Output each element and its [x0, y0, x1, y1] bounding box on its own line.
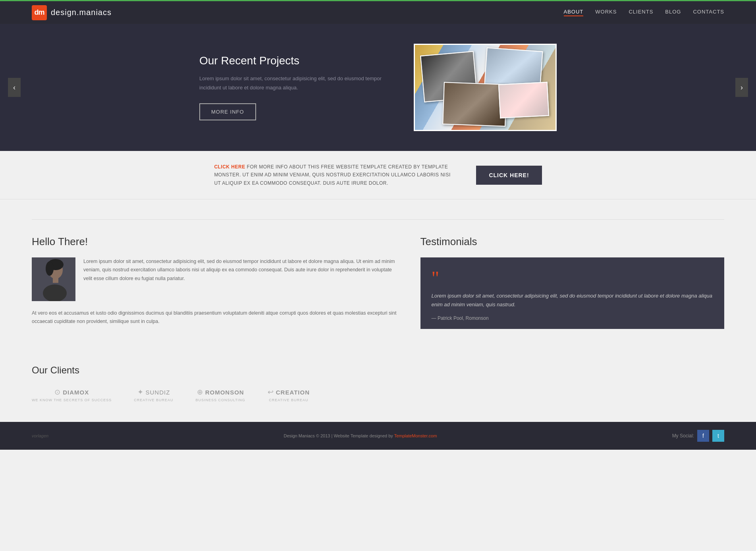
- nav-contacts[interactable]: CONTACTS: [693, 9, 724, 16]
- twitter-button[interactable]: t: [712, 430, 724, 442]
- site-header: dm design.maniacs ABOUT WORKS CLIENTS BL…: [0, 0, 756, 24]
- hello-intro-text: Lorem ipsum dolor sit amet, consectetur …: [83, 257, 397, 301]
- footer-template-link[interactable]: TemplateMonster.com: [394, 433, 437, 438]
- two-column: Hello There!: [32, 236, 724, 329]
- left-column: Hello There!: [32, 236, 397, 329]
- sundiz-name: Sundiz: [146, 389, 170, 396]
- cta-body: FOR MORE INFO ABOUT THIS FREE WEBSITE TE…: [214, 164, 450, 186]
- testimonials-title: Testimonials: [420, 236, 724, 248]
- footer-social-label: My Social:: [672, 433, 694, 439]
- site-footer: vorlagen Design Maniacs © 2013 | Website…: [0, 422, 756, 450]
- sundiz-sub: CREATIVE BUREAU: [134, 398, 173, 402]
- cta-link[interactable]: CLICK HERE: [214, 164, 245, 170]
- click-here-button[interactable]: CLICK HERE!: [476, 166, 542, 185]
- main-nav: ABOUT WORKS CLIENTS BLOG CONTACTS: [564, 9, 725, 16]
- content-divider: [32, 219, 724, 220]
- clients-row: ⊙ DIAMOX WE KNOW THE SECRETS OF SUCCESS …: [32, 388, 310, 402]
- logo-icon: dm: [32, 5, 47, 20]
- footer-social: My Social: f t: [672, 430, 724, 442]
- romonson-sub: BUSINESS CONSULTING: [196, 398, 245, 402]
- client-diamox: ⊙ DIAMOX WE KNOW THE SECRETS OF SUCCESS: [32, 388, 112, 402]
- quote-mark: ": [432, 269, 713, 288]
- romonson-icon: ⊕: [197, 388, 203, 396]
- person-svg: [32, 257, 75, 301]
- creation-icon: ↩: [268, 388, 274, 396]
- right-column: Testimonials " Lorem ipsum dolor sit ame…: [420, 236, 724, 329]
- clients-title: Our Clients: [32, 365, 724, 376]
- cta-text: CLICK HERE FOR MORE INFO ABOUT THIS FREE…: [214, 163, 452, 187]
- footer-brand: vorlagen: [32, 433, 48, 438]
- client-creation: ↩ CREATION CREATIVE BUREAU: [268, 388, 310, 402]
- sundiz-icon: ✦: [137, 388, 143, 396]
- creation-name: CREATION: [276, 389, 310, 396]
- cta-banner: CLICK HERE FOR MORE INFO ABOUT THIS FREE…: [0, 151, 756, 199]
- client-romonson: ⊕ ROMONSON BUSINESS CONSULTING: [196, 388, 245, 402]
- client-sundiz: ✦ Sundiz CREATIVE BUREAU: [134, 388, 173, 402]
- next-button[interactable]: ›: [735, 78, 748, 97]
- testimonial-quote: Lorem ipsum dolor sit amet, consectetur …: [432, 292, 713, 309]
- nav-about[interactable]: ABOUT: [564, 9, 584, 16]
- hero-section: ‹ Our Recent Projects Lorem ipsum dolor …: [0, 24, 756, 151]
- hello-full-text: At vero eos et accusamus et iusto odio d…: [32, 309, 397, 326]
- person-image: [32, 257, 75, 301]
- creation-sub: CREATIVE BUREAU: [269, 398, 308, 402]
- more-info-button[interactable]: MORE INFO: [199, 103, 256, 120]
- hero-text: Our Recent Projects Lorem ipsum dolor si…: [199, 54, 390, 120]
- main-content: Hello There!: [0, 199, 756, 349]
- nav-clients[interactable]: CLIENTS: [629, 9, 653, 16]
- hero-inner: Our Recent Projects Lorem ipsum dolor si…: [199, 44, 557, 131]
- nav-works[interactable]: WORKS: [595, 9, 617, 16]
- romonson-name: ROMONSON: [205, 389, 244, 396]
- footer-copyright: Design Maniacs © 2013 | Website Template…: [284, 433, 437, 438]
- clients-section: Our Clients ⊙ DIAMOX WE KNOW THE SECRETS…: [0, 349, 756, 422]
- svg-point-3: [43, 284, 67, 301]
- hero-image: [414, 44, 557, 131]
- nav-blog[interactable]: BLOG: [665, 9, 681, 16]
- testimonial-author: — Patrick Pool, Romonson: [432, 315, 713, 321]
- footer-copyright-text: Design Maniacs © 2013 | Website Template…: [284, 433, 394, 438]
- facebook-button[interactable]: f: [697, 430, 709, 442]
- hello-title: Hello There!: [32, 236, 397, 248]
- testimonial-box: " Lorem ipsum dolor sit amet, consectetu…: [420, 257, 724, 329]
- logo-text: design.maniacs: [51, 8, 112, 17]
- diamox-sub: WE KNOW THE SECRETS OF SUCCESS: [32, 398, 112, 402]
- diamox-name: DIAMOX: [63, 389, 89, 396]
- diamox-icon: ⊙: [54, 388, 60, 396]
- logo-area: dm design.maniacs: [32, 5, 112, 20]
- hero-description: Lorem ipsum dolor sit amet, consectetur …: [199, 74, 390, 92]
- svg-point-5: [46, 261, 54, 276]
- prev-button[interactable]: ‹: [8, 78, 21, 97]
- hello-with-image: Lorem ipsum dolor sit amet, consectetur …: [32, 257, 397, 301]
- svg-rect-2: [53, 278, 58, 283]
- hero-title: Our Recent Projects: [199, 54, 390, 67]
